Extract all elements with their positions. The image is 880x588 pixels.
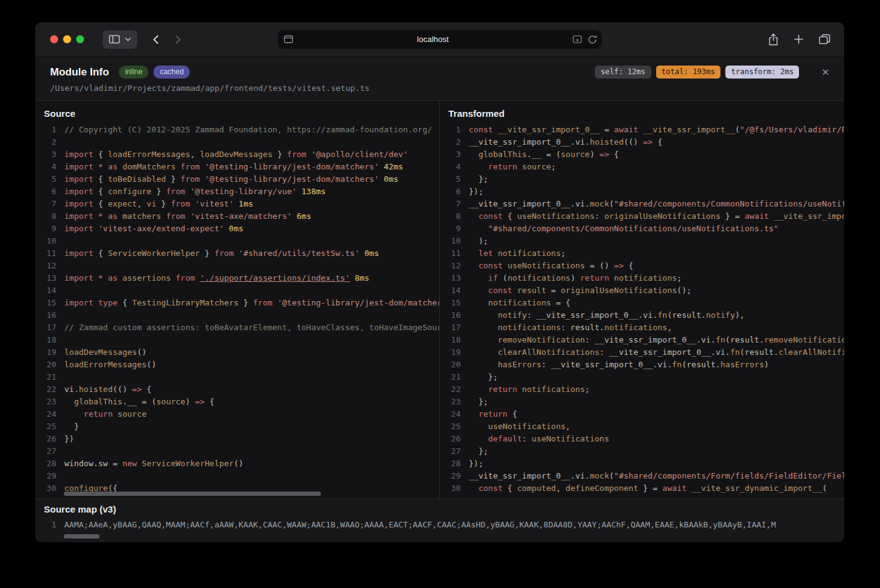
code-line: 5import { toBeDisabled } from '@testing-…	[41, 173, 439, 185]
code-line: 12	[41, 260, 439, 272]
transformed-panel: Transformed 1const __vite_ssr_import_0__…	[440, 101, 844, 498]
module-info-header: Module Info inlinecached self: 12mstotal…	[35, 57, 844, 101]
chevron-down-icon	[125, 37, 131, 41]
code-line: 28});	[446, 458, 844, 470]
titlebar-actions	[768, 33, 831, 46]
window-minimize-button[interactable]	[63, 35, 71, 43]
sidebar-toggle[interactable]	[103, 30, 137, 49]
back-button[interactable]	[147, 30, 164, 49]
code-line: 1// Copyright (C) 2012-2025 Zammad Found…	[41, 124, 439, 136]
code-line: 16	[41, 309, 439, 322]
code-line: 18	[41, 334, 439, 346]
code-line: 25 }	[41, 420, 439, 433]
code-line: 24 return {	[446, 408, 844, 420]
timing-badge: self: 12ms	[595, 66, 651, 79]
sourcemap-title: Source map (v3)	[35, 504, 844, 514]
code-line: 7__vite_ssr_import_0__.vi.mock("#shared/…	[446, 198, 844, 210]
code-line: 17 notifications: result.notifications,	[446, 322, 844, 334]
code-line: 2__vite_ssr_import_0__.vi.hoisted(() => …	[446, 136, 844, 148]
page-format-icon[interactable]: a	[573, 35, 582, 43]
source-panel: Source 1// Copyright (C) 2012-2025 Zamma…	[35, 101, 440, 498]
code-line: 10 );	[446, 235, 844, 247]
close-icon[interactable]: ✕	[821, 67, 829, 78]
code-line: 17// Zammad custom assertions: toBeAvata…	[41, 322, 439, 334]
sourcemap-mappings: AAMA;AAeA,yBAAG,QAAQ,MAAM;AACf,aAAW,KAAK…	[64, 520, 776, 529]
code-line: 29__vite_ssr_import_0__.vi.mock("#shared…	[446, 470, 844, 482]
code-line: 16 notify: __vite_ssr_import_0__.vi.fn(r…	[446, 309, 844, 322]
svg-text:a: a	[576, 37, 579, 43]
module-badges: inlinecached	[119, 66, 190, 79]
code-line: 13 if (notifications) return notificatio…	[446, 272, 844, 284]
sourcemap-section: Source map (v3) 1AAMA;AAeA,yBAAG,QAAQ,MA…	[35, 498, 844, 542]
module-file-path: /Users/vladimir/Projects/zammad/app/fron…	[50, 83, 829, 93]
code-line: 3import { loadErrorMessages, loadDevMess…	[41, 148, 439, 161]
timing-badge: transform: 2ms	[725, 66, 799, 79]
code-line: 2	[41, 136, 439, 148]
code-line: 20loadErrorMessages()	[41, 359, 439, 371]
code-line: 25 useNotifications,	[446, 420, 844, 433]
code-line: 23 globalThis.__ = (source) => {	[41, 396, 439, 408]
code-line: 22 return notifications;	[446, 383, 844, 396]
sourcemap-horizontal-scrollbar[interactable]	[64, 534, 100, 539]
browser-window: localhost a	[35, 22, 844, 542]
code-line: 23 };	[446, 396, 844, 408]
code-line: 1const __vite_ssr_import_0__ = await __v…	[446, 124, 844, 136]
code-line: 22vi.hoisted(() => {	[41, 383, 439, 396]
code-line: 12 const useNotifications = () => {	[446, 260, 844, 272]
url-text: localhost	[293, 35, 573, 44]
code-line: 18 removeNotification: __vite_ssr_import…	[446, 334, 844, 346]
code-line: 4 return source;	[446, 161, 844, 173]
nav-arrows	[147, 30, 187, 49]
code-line: 29	[41, 470, 439, 482]
code-line: 20 hasErrors: __vite_ssr_import_0__.vi.f…	[446, 359, 844, 371]
window-close-button[interactable]	[50, 35, 58, 43]
source-horizontal-scrollbar[interactable]	[64, 492, 321, 496]
module-badge-cached: cached	[153, 66, 190, 79]
tab-overview-icon[interactable]	[819, 34, 831, 45]
code-line: 24 return source	[41, 408, 439, 420]
traffic-lights	[50, 35, 84, 43]
sourcemap-line-number: 1	[41, 519, 56, 531]
forward-button[interactable]	[169, 30, 187, 49]
code-line: 7import { expect, vi } from 'vitest' 1ms	[41, 198, 439, 210]
page-title: Module Info	[50, 66, 109, 79]
code-line: 8import * as matchers from 'vitest-axe/m…	[41, 210, 439, 223]
module-badge-inline: inline	[119, 66, 148, 79]
sidebar-icon	[109, 35, 120, 44]
code-line: 14 const result = originalUseNotificatio…	[446, 284, 844, 297]
code-line: 4import * as domMatchers from '@testing-…	[41, 161, 439, 173]
code-line: 30 const { computed, defineComponent } =…	[446, 482, 844, 495]
code-line: 10	[41, 235, 439, 247]
code-line: 15import type { TestingLibraryMatchers }…	[41, 297, 439, 309]
code-line: 6import { configure } from '@testing-lib…	[41, 185, 439, 198]
source-code[interactable]: 1// Copyright (C) 2012-2025 Zammad Found…	[35, 122, 439, 498]
address-bar[interactable]: localhost a	[278, 30, 602, 49]
new-tab-icon[interactable]	[793, 34, 804, 45]
code-line: 13import * as assertions from './support…	[41, 272, 439, 284]
reload-icon[interactable]	[588, 35, 597, 44]
code-line: 19loadDevMessages()	[41, 346, 439, 359]
code-line: 19 clearAllNotifications: __vite_ssr_imp…	[446, 346, 844, 359]
transformed-panel-title: Transformed	[440, 101, 844, 122]
code-line: 8 const { useNotifications: originalUseN…	[446, 210, 844, 223]
sourcemap-line: 1AAMA;AAeA,yBAAG,QAAQ,MAAM;AACf,aAAW,KAA…	[35, 519, 844, 531]
code-line: 21 };	[446, 371, 844, 383]
timing-badges: self: 12mstotal: 193mstransform: 2ms	[595, 66, 799, 79]
share-icon[interactable]	[768, 33, 779, 46]
code-line: 27	[41, 445, 439, 458]
code-line: 27 };	[446, 445, 844, 458]
source-panel-title: Source	[35, 101, 439, 122]
code-line: 9import 'vitest-axe/extend-expect' 0ms	[41, 223, 439, 235]
code-line: 21	[41, 371, 439, 383]
code-line: 11 let notifications;	[446, 247, 844, 260]
code-line: 5 };	[446, 173, 844, 185]
transformed-code[interactable]: 1const __vite_ssr_import_0__ = await __v…	[440, 122, 844, 498]
code-line: 14	[41, 284, 439, 297]
code-line: 26})	[41, 433, 439, 445]
window-zoom-button[interactable]	[76, 35, 84, 43]
page-icon	[284, 35, 293, 43]
code-comparison: Source 1// Copyright (C) 2012-2025 Zamma…	[35, 101, 844, 498]
timing-badge: total: 193ms	[656, 66, 721, 79]
code-line: 28window.sw = new ServiceWorkerHelper()	[41, 458, 439, 470]
code-line: 9 "#shared/components/CommonNotification…	[446, 223, 844, 235]
